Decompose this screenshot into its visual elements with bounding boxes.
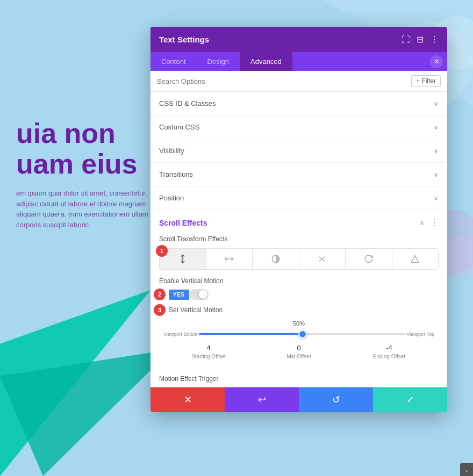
header-icons: ⛶ ⊟ ⋮ xyxy=(402,34,439,45)
slider-track[interactable] xyxy=(199,333,406,335)
chevron-down-icon: ∨ xyxy=(434,194,439,202)
starting-offset-value: 4 xyxy=(163,344,254,352)
slider-thumb[interactable] xyxy=(298,330,307,338)
enable-vertical-label: Enable Vertical Motion xyxy=(159,277,439,285)
redo-icon: ↺ xyxy=(332,394,340,406)
accordion-position: Position ∨ xyxy=(150,186,447,210)
accordion-title-css-id: CSS ID & Classes xyxy=(159,99,216,107)
slider-track-wrapper: Viewport Bottom Viewport Top xyxy=(163,329,434,340)
mid-offset-value: 0 xyxy=(254,344,344,352)
accordion-header-custom-css[interactable]: Custom CSS ∨ xyxy=(150,116,447,139)
scale-icon-btn[interactable] xyxy=(392,249,439,269)
offsets-row: 4 Starting Offset 0 Mid Offset -4 Ending… xyxy=(163,344,434,360)
cancel-icon: ✕ xyxy=(184,394,192,406)
enable-vertical-row: Enable Vertical Motion 2 YES xyxy=(159,277,439,300)
modal-tabs: Content Design Advanced ✕ xyxy=(150,52,447,71)
undo-button[interactable]: ↩ xyxy=(225,387,299,412)
search-bar: + Filter xyxy=(150,71,447,92)
tab-advanced[interactable]: Advanced xyxy=(240,52,292,71)
page-content: uia non uam eius em ipsum quia dolor sit… xyxy=(0,107,172,241)
tab-content[interactable]: Content xyxy=(150,52,197,71)
modal-footer: ✕ ↩ ↺ ✓ xyxy=(150,387,447,412)
save-icon: ✓ xyxy=(406,394,414,406)
accordion-title-visibility: Visibility xyxy=(159,147,184,155)
vertical-motion-section: 3 Set Vertical Motion 50% Viewport Botto… xyxy=(159,306,439,360)
page-heading: uia non uam eius xyxy=(16,118,156,179)
toggle-knob xyxy=(199,290,207,299)
modal-panel: Text Settings ⛶ ⊟ ⋮ Content Design Advan… xyxy=(150,27,447,412)
accordion-css-id: CSS ID & Classes ∨ xyxy=(150,92,447,116)
set-vertical-label: Set Vertical Motion xyxy=(159,306,439,314)
accordion-header-css-id[interactable]: CSS ID & Classes ∨ xyxy=(150,92,447,115)
mid-offset: 0 Mid Offset xyxy=(254,344,344,360)
tab-design[interactable]: Design xyxy=(197,52,240,71)
svg-marker-14 xyxy=(412,255,419,263)
slider-percent-label: 50% xyxy=(163,320,434,327)
scroll-effects-header[interactable]: Scroll Effects ∧ ⋮ xyxy=(150,210,447,235)
scroll-effects-more-icon[interactable]: ⋮ xyxy=(430,218,439,228)
chevron-down-icon: ∨ xyxy=(434,147,439,155)
scroll-effects-section: Scroll Effects ∧ ⋮ Scroll Transform Effe… xyxy=(150,210,447,387)
accordion-header-visibility[interactable]: Visibility ∨ xyxy=(150,139,447,162)
fade-icon-btn[interactable] xyxy=(253,249,299,269)
step-badge-1: 1 xyxy=(156,245,168,257)
viewport-top-label: Viewport Top xyxy=(406,331,434,337)
ending-offset: -4 Ending Offset xyxy=(344,344,434,360)
enable-toggle[interactable] xyxy=(189,289,209,300)
accordion-header-transitions[interactable]: Transitions ∨ xyxy=(150,163,447,186)
redo-button[interactable]: ↺ xyxy=(299,387,373,412)
tab-close-button[interactable]: ✕ xyxy=(430,55,443,68)
slider-fill xyxy=(199,333,303,335)
toggle-yes-label: YES xyxy=(169,290,189,300)
scroll-effects-title: Scroll Effects xyxy=(159,219,207,227)
chevron-down-icon: ∨ xyxy=(434,100,439,107)
transform-icons-row xyxy=(159,248,439,270)
modal-title: Text Settings xyxy=(159,35,209,44)
split-icon[interactable]: ⊟ xyxy=(417,34,424,45)
accordion-title-position: Position xyxy=(159,194,184,202)
accordion-transitions: Transitions ∨ xyxy=(150,163,447,186)
collapse-icon[interactable]: ∧ xyxy=(419,219,425,227)
page-body: em ipsum quia dolor sit amet, consectetu… xyxy=(16,188,156,230)
blur-icon-btn[interactable] xyxy=(299,249,346,269)
save-button[interactable]: ✓ xyxy=(373,387,447,412)
accordion-visibility: Visibility ∨ xyxy=(150,139,447,163)
search-input[interactable] xyxy=(157,77,411,85)
accordion-title-transitions: Transitions xyxy=(159,170,193,178)
motion-trigger-label: Motion Effect Trigger xyxy=(150,369,447,387)
filter-button[interactable]: + Filter xyxy=(411,75,441,87)
ending-offset-label: Ending Offset xyxy=(344,353,434,360)
modal-header: Text Settings ⛶ ⊟ ⋮ xyxy=(150,27,447,52)
accordion-custom-css: Custom CSS ∨ xyxy=(150,116,447,139)
slider-container: 50% Viewport Bottom Viewport Top xyxy=(159,320,439,360)
cancel-button[interactable]: ✕ xyxy=(150,387,225,412)
expand-icon[interactable]: ⛶ xyxy=(402,35,410,45)
accordion-header-position[interactable]: Position ∨ xyxy=(150,186,447,210)
step-badge-2: 2 xyxy=(154,289,166,300)
mid-offset-label: Mid Offset xyxy=(254,353,344,360)
step-badge-3: 3 xyxy=(154,304,166,316)
accordion-title-custom-css: Custom CSS xyxy=(159,123,199,131)
rotate-icon-btn[interactable] xyxy=(346,249,392,269)
starting-offset: 4 Starting Offset xyxy=(163,344,254,360)
starting-offset-label: Starting Offset xyxy=(163,353,254,360)
chevron-down-icon: ∨ xyxy=(434,124,439,131)
corner-close-icon[interactable]: ⌄ xyxy=(460,463,473,476)
undo-icon: ↩ xyxy=(258,394,266,406)
scroll-effects-header-icons: ∧ ⋮ xyxy=(419,218,439,228)
viewport-bottom-label: Viewport Bottom xyxy=(163,331,199,337)
ending-offset-value: -4 xyxy=(344,344,434,352)
more-icon[interactable]: ⋮ xyxy=(430,34,439,45)
chevron-down-icon: ∨ xyxy=(434,171,439,178)
scroll-effects-body: Scroll Transform Effects 1 xyxy=(150,235,447,369)
horizontal-motion-icon-btn[interactable] xyxy=(206,249,253,269)
scroll-transform-label: Scroll Transform Effects xyxy=(159,235,439,243)
